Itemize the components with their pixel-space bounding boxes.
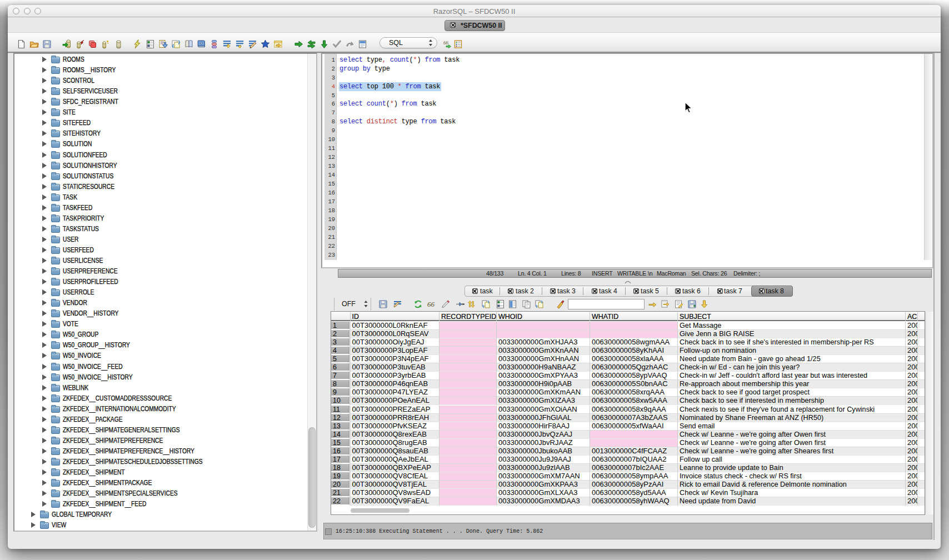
svg-text:66: 66 — [427, 300, 435, 308]
svg-text:66: 66 — [443, 40, 449, 46]
